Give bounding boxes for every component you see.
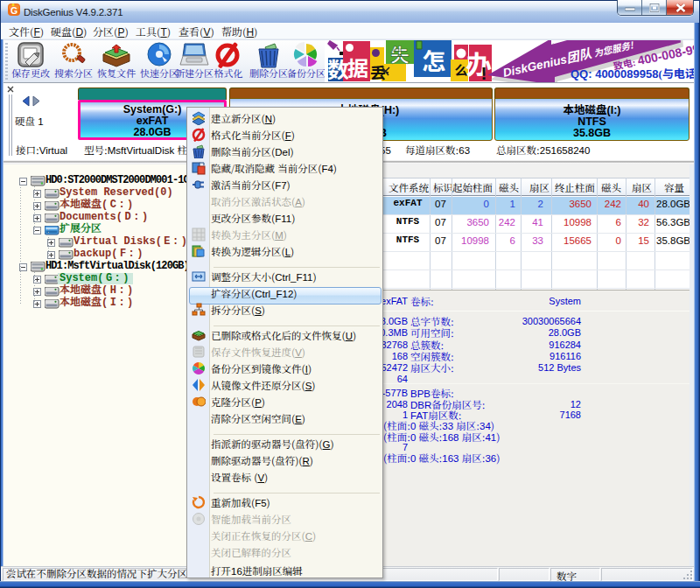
svg-text:据: 据 — [347, 52, 368, 82]
svg-text:丢: 丢 — [370, 60, 386, 83]
svg-text:G: G — [10, 5, 18, 16]
svg-text:数: 数 — [327, 52, 349, 82]
svg-text:!: ! — [481, 63, 487, 82]
svg-text:办: 办 — [466, 44, 492, 82]
svg-text:失: 失 — [390, 40, 410, 67]
svg-text:怎: 怎 — [423, 43, 446, 77]
